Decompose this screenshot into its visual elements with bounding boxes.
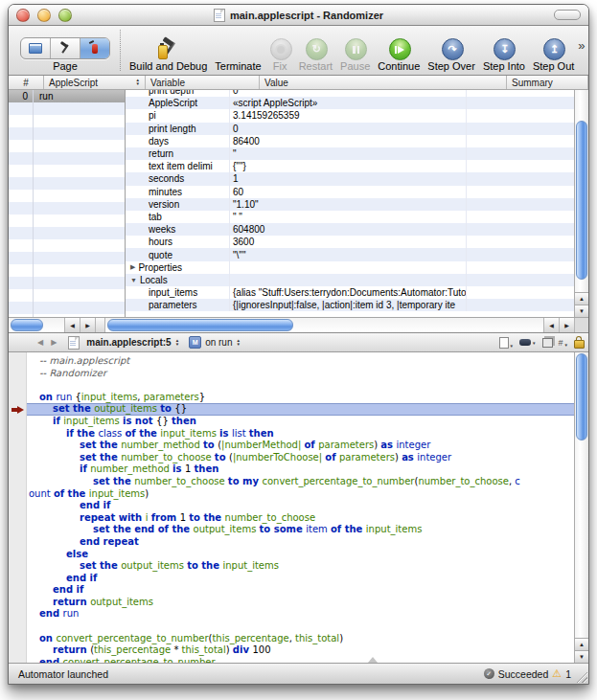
variables-row[interactable]: pi3.14159265359 bbox=[126, 109, 574, 122]
code-line[interactable]: -- Randomizer bbox=[27, 368, 574, 380]
step-out-button[interactable]: ↥ Step Out bbox=[529, 37, 578, 72]
variables-row[interactable]: print depth0 bbox=[126, 90, 574, 97]
code-line[interactable]: if number_method is 1 then bbox=[27, 463, 574, 476]
column-header-summary[interactable]: Summary bbox=[507, 76, 578, 89]
code-line[interactable] bbox=[27, 379, 574, 392]
editor-scroll-track[interactable] bbox=[575, 352, 588, 638]
scroll-left-button[interactable]: ◀ bbox=[65, 318, 80, 332]
page-segment-editor[interactable] bbox=[21, 38, 51, 58]
splitter-grip[interactable] bbox=[368, 657, 378, 663]
code-line[interactable]: repeat with i from 1 to the number_to_ch… bbox=[27, 512, 574, 525]
scroll-up-button[interactable]: ▲ bbox=[575, 638, 588, 650]
scroll-down-button[interactable]: ▼ bbox=[575, 650, 588, 663]
breakpoint-menu-button[interactable]: ▼ bbox=[519, 339, 536, 346]
column-header-number[interactable]: # bbox=[9, 76, 44, 89]
variables-row[interactable]: input_items{alias "Stuff:Users:terrydon:… bbox=[126, 286, 574, 299]
variables-row[interactable]: ▼Locals bbox=[126, 274, 574, 286]
disclosure-collapsed-icon[interactable]: ▶ bbox=[130, 263, 135, 271]
code-line[interactable]: end run bbox=[27, 608, 574, 621]
code-area[interactable]: -- main.applescript-- Randomizeron run {… bbox=[9, 352, 574, 663]
variables-hscroll-track[interactable] bbox=[105, 318, 544, 332]
code-line[interactable]: -- main.applescript bbox=[27, 355, 574, 368]
code-line[interactable]: if the class of the input_items is list … bbox=[27, 428, 574, 440]
column-header-variable[interactable]: Variable bbox=[146, 76, 260, 89]
code-line[interactable]: set the number_to_choose to my convert_p… bbox=[27, 476, 574, 488]
column-header-value[interactable]: Value bbox=[260, 76, 507, 89]
variables-row[interactable]: version"1.10" bbox=[126, 198, 574, 211]
variables-scroll-track[interactable] bbox=[575, 90, 588, 292]
variables-row[interactable]: parameters{|ignoresInput|:false, |action… bbox=[126, 299, 574, 311]
code-line[interactable]: ount of the input_items) bbox=[27, 488, 574, 501]
variables-row[interactable]: text item delimi{""} bbox=[126, 160, 574, 172]
code-line[interactable]: else bbox=[27, 549, 574, 561]
editor-scroll-thumb[interactable] bbox=[576, 353, 587, 440]
terminate-button[interactable]: Terminate bbox=[211, 37, 264, 72]
variables-row[interactable]: hours3600 bbox=[126, 236, 574, 248]
continue-button[interactable]: Continue bbox=[374, 37, 424, 72]
variables-row[interactable]: ▶Properties bbox=[126, 261, 574, 274]
variables-row[interactable]: print length0 bbox=[126, 123, 574, 135]
variables-row[interactable]: weeks604800 bbox=[126, 223, 574, 236]
code-line[interactable]: on convert_percentage_to_number(this_per… bbox=[27, 633, 574, 645]
counterpart-button[interactable] bbox=[542, 338, 553, 348]
stack-hscroll-thumb[interactable] bbox=[11, 319, 43, 331]
scroll-down-button[interactable]: ▼ bbox=[575, 305, 588, 317]
code-line[interactable]: set the output_items to the input_items bbox=[27, 560, 574, 573]
code-line[interactable]: return output_items bbox=[27, 597, 574, 609]
warning-icon[interactable]: ⚠ bbox=[552, 668, 562, 679]
code-line[interactable]: if input_items is not {} then bbox=[27, 416, 574, 428]
column-header-applescript[interactable]: AppleScript ▲▼ bbox=[44, 76, 146, 89]
code-line[interactable]: on run {input_items, parameters} bbox=[27, 392, 574, 404]
disclosure-expanded-icon[interactable]: ▼ bbox=[130, 277, 137, 283]
scroll-right-button[interactable]: ▶ bbox=[80, 318, 96, 332]
minimize-button[interactable] bbox=[37, 9, 51, 22]
back-button[interactable]: ◀ bbox=[37, 338, 43, 347]
bookmark-menu-button[interactable]: ▼ bbox=[499, 337, 514, 349]
page-segment-debug[interactable] bbox=[80, 38, 109, 58]
variables-scroll-thumb[interactable] bbox=[576, 121, 587, 281]
code-editor[interactable]: -- main.applescript-- Randomizeron run {… bbox=[9, 352, 588, 663]
forward-button[interactable]: ▶ bbox=[51, 338, 57, 347]
step-into-button[interactable]: ↧ Step Into bbox=[479, 37, 529, 72]
page-segment-build[interactable] bbox=[51, 38, 80, 58]
code-line[interactable]: end repeat bbox=[27, 536, 574, 549]
toolbar-toggle-button[interactable] bbox=[554, 10, 581, 20]
code-line[interactable]: end if bbox=[27, 500, 574, 512]
scroll-up-button[interactable]: ▲ bbox=[575, 292, 588, 305]
build-and-debug-button[interactable]: Build and Debug bbox=[126, 37, 211, 72]
variables-row[interactable]: minutes60 bbox=[126, 186, 574, 198]
variables-row[interactable]: days86400 bbox=[126, 135, 574, 147]
file-popup[interactable]: main.applescript:5 ▲▼ bbox=[83, 337, 182, 348]
variables-row[interactable]: return" bbox=[126, 147, 574, 160]
scroll-left-button[interactable]: ◀ bbox=[544, 318, 560, 332]
editor-vertical-scrollbar[interactable]: ▲ ▼ bbox=[574, 352, 588, 663]
variables-row[interactable]: seconds1 bbox=[126, 172, 574, 185]
step-over-button[interactable]: ↷ Step Over bbox=[424, 37, 479, 72]
code-line[interactable]: set the number_to_choose to (|numberToCh… bbox=[27, 452, 574, 464]
code-line[interactable]: set the number_method to (|numberMethod|… bbox=[27, 440, 574, 452]
variables-row[interactable]: AppleScript«script AppleScript» bbox=[126, 97, 574, 109]
variables-row[interactable]: quote"\"" bbox=[126, 248, 574, 260]
fix-button[interactable]: Fix bbox=[265, 37, 295, 72]
variables-vertical-scrollbar[interactable]: ▲ ▼ bbox=[574, 90, 588, 317]
toolbar-overflow-chevron[interactable]: » bbox=[578, 38, 587, 62]
code-line[interactable]: set the output_items to {} bbox=[27, 403, 574, 416]
scroll-right-button[interactable]: ▶ bbox=[560, 318, 575, 332]
code-line[interactable]: end if bbox=[27, 573, 574, 585]
code-line[interactable]: return (this_percentage * this_total) di… bbox=[27, 644, 574, 657]
stack-hscroll-track[interactable] bbox=[9, 318, 65, 332]
scope-popup[interactable]: M on run ▲▼ bbox=[186, 336, 243, 349]
stack-row[interactable]: 0run bbox=[9, 90, 125, 102]
code-line[interactable]: set the end of the output_items to some … bbox=[27, 524, 574, 536]
code-line[interactable] bbox=[27, 621, 574, 633]
restart-button[interactable]: ↻ Restart bbox=[295, 37, 336, 72]
pause-button[interactable]: Pause bbox=[336, 37, 374, 72]
variables-hscroll-thumb[interactable] bbox=[107, 319, 293, 331]
title-bar[interactable]: main.applescript - Randomizer bbox=[9, 5, 588, 26]
code-line[interactable]: end convert_percentage_to_number bbox=[27, 657, 574, 663]
close-button[interactable] bbox=[16, 9, 30, 22]
code-line[interactable]: end if bbox=[27, 584, 574, 597]
variables-row[interactable]: tab" " bbox=[126, 211, 574, 223]
line-number-menu-button[interactable]: #▼ bbox=[559, 338, 568, 348]
pane-splitter-box[interactable] bbox=[96, 318, 105, 332]
